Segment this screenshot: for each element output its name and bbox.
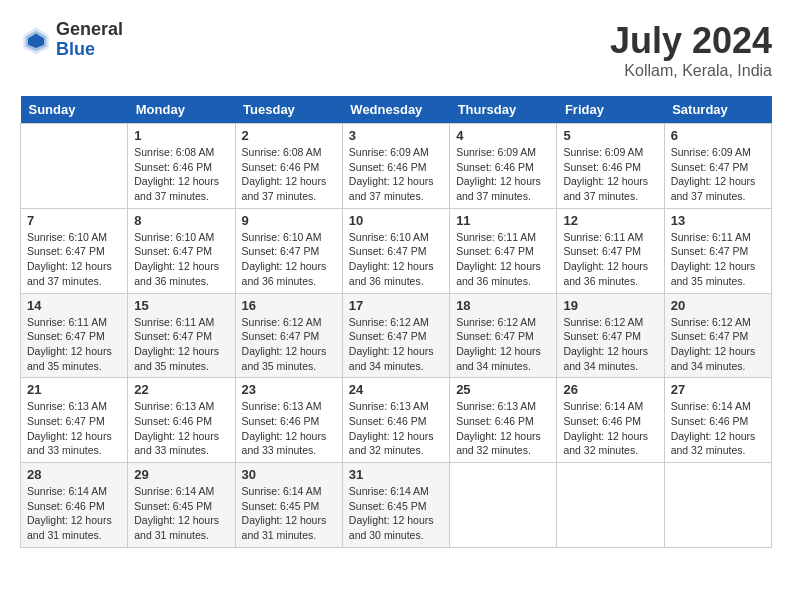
cell-info: Sunrise: 6:14 AMSunset: 6:45 PMDaylight:… bbox=[242, 484, 336, 543]
date-number: 4 bbox=[456, 128, 550, 143]
table-row: 5Sunrise: 6:09 AMSunset: 6:46 PMDaylight… bbox=[557, 124, 664, 209]
table-row: 20Sunrise: 6:12 AMSunset: 6:47 PMDayligh… bbox=[664, 293, 771, 378]
date-number: 31 bbox=[349, 467, 443, 482]
date-number: 17 bbox=[349, 298, 443, 313]
cell-info: Sunrise: 6:13 AMSunset: 6:46 PMDaylight:… bbox=[349, 399, 443, 458]
header-saturday: Saturday bbox=[664, 96, 771, 124]
table-row: 3Sunrise: 6:09 AMSunset: 6:46 PMDaylight… bbox=[342, 124, 449, 209]
table-row: 29Sunrise: 6:14 AMSunset: 6:45 PMDayligh… bbox=[128, 463, 235, 548]
table-row: 6Sunrise: 6:09 AMSunset: 6:47 PMDaylight… bbox=[664, 124, 771, 209]
cell-info: Sunrise: 6:09 AMSunset: 6:46 PMDaylight:… bbox=[349, 145, 443, 204]
cell-info: Sunrise: 6:12 AMSunset: 6:47 PMDaylight:… bbox=[563, 315, 657, 374]
table-row bbox=[557, 463, 664, 548]
cell-info: Sunrise: 6:08 AMSunset: 6:46 PMDaylight:… bbox=[242, 145, 336, 204]
date-number: 26 bbox=[563, 382, 657, 397]
cell-info: Sunrise: 6:11 AMSunset: 6:47 PMDaylight:… bbox=[27, 315, 121, 374]
logo: General Blue bbox=[20, 20, 123, 60]
date-number: 13 bbox=[671, 213, 765, 228]
cell-info: Sunrise: 6:11 AMSunset: 6:47 PMDaylight:… bbox=[134, 315, 228, 374]
date-number: 7 bbox=[27, 213, 121, 228]
table-row: 10Sunrise: 6:10 AMSunset: 6:47 PMDayligh… bbox=[342, 208, 449, 293]
date-number: 29 bbox=[134, 467, 228, 482]
calendar-week-row: 21Sunrise: 6:13 AMSunset: 6:47 PMDayligh… bbox=[21, 378, 772, 463]
table-row bbox=[664, 463, 771, 548]
table-row bbox=[21, 124, 128, 209]
header-friday: Friday bbox=[557, 96, 664, 124]
cell-info: Sunrise: 6:10 AMSunset: 6:47 PMDaylight:… bbox=[134, 230, 228, 289]
date-number: 8 bbox=[134, 213, 228, 228]
header-sunday: Sunday bbox=[21, 96, 128, 124]
cell-info: Sunrise: 6:12 AMSunset: 6:47 PMDaylight:… bbox=[456, 315, 550, 374]
header-tuesday: Tuesday bbox=[235, 96, 342, 124]
date-number: 6 bbox=[671, 128, 765, 143]
date-number: 15 bbox=[134, 298, 228, 313]
table-row: 24Sunrise: 6:13 AMSunset: 6:46 PMDayligh… bbox=[342, 378, 449, 463]
date-number: 3 bbox=[349, 128, 443, 143]
table-row: 26Sunrise: 6:14 AMSunset: 6:46 PMDayligh… bbox=[557, 378, 664, 463]
table-row: 7Sunrise: 6:10 AMSunset: 6:47 PMDaylight… bbox=[21, 208, 128, 293]
cell-info: Sunrise: 6:14 AMSunset: 6:46 PMDaylight:… bbox=[671, 399, 765, 458]
date-number: 14 bbox=[27, 298, 121, 313]
table-row: 25Sunrise: 6:13 AMSunset: 6:46 PMDayligh… bbox=[450, 378, 557, 463]
cell-info: Sunrise: 6:11 AMSunset: 6:47 PMDaylight:… bbox=[671, 230, 765, 289]
header-thursday: Thursday bbox=[450, 96, 557, 124]
date-number: 11 bbox=[456, 213, 550, 228]
cell-info: Sunrise: 6:10 AMSunset: 6:47 PMDaylight:… bbox=[242, 230, 336, 289]
subtitle: Kollam, Kerala, India bbox=[610, 62, 772, 80]
cell-info: Sunrise: 6:09 AMSunset: 6:46 PMDaylight:… bbox=[456, 145, 550, 204]
cell-info: Sunrise: 6:09 AMSunset: 6:47 PMDaylight:… bbox=[671, 145, 765, 204]
date-number: 1 bbox=[134, 128, 228, 143]
date-number: 18 bbox=[456, 298, 550, 313]
cell-info: Sunrise: 6:14 AMSunset: 6:46 PMDaylight:… bbox=[27, 484, 121, 543]
cell-info: Sunrise: 6:12 AMSunset: 6:47 PMDaylight:… bbox=[671, 315, 765, 374]
cell-info: Sunrise: 6:14 AMSunset: 6:45 PMDaylight:… bbox=[349, 484, 443, 543]
date-number: 2 bbox=[242, 128, 336, 143]
date-number: 20 bbox=[671, 298, 765, 313]
table-row: 19Sunrise: 6:12 AMSunset: 6:47 PMDayligh… bbox=[557, 293, 664, 378]
date-number: 16 bbox=[242, 298, 336, 313]
title-area: July 2024 Kollam, Kerala, India bbox=[610, 20, 772, 80]
cell-info: Sunrise: 6:14 AMSunset: 6:46 PMDaylight:… bbox=[563, 399, 657, 458]
date-number: 28 bbox=[27, 467, 121, 482]
cell-info: Sunrise: 6:09 AMSunset: 6:46 PMDaylight:… bbox=[563, 145, 657, 204]
cell-info: Sunrise: 6:13 AMSunset: 6:47 PMDaylight:… bbox=[27, 399, 121, 458]
date-number: 24 bbox=[349, 382, 443, 397]
date-number: 19 bbox=[563, 298, 657, 313]
table-row: 31Sunrise: 6:14 AMSunset: 6:45 PMDayligh… bbox=[342, 463, 449, 548]
date-number: 25 bbox=[456, 382, 550, 397]
cell-info: Sunrise: 6:10 AMSunset: 6:47 PMDaylight:… bbox=[349, 230, 443, 289]
calendar-week-row: 1Sunrise: 6:08 AMSunset: 6:46 PMDaylight… bbox=[21, 124, 772, 209]
table-row: 13Sunrise: 6:11 AMSunset: 6:47 PMDayligh… bbox=[664, 208, 771, 293]
date-number: 21 bbox=[27, 382, 121, 397]
header-wednesday: Wednesday bbox=[342, 96, 449, 124]
cell-info: Sunrise: 6:10 AMSunset: 6:47 PMDaylight:… bbox=[27, 230, 121, 289]
cell-info: Sunrise: 6:11 AMSunset: 6:47 PMDaylight:… bbox=[456, 230, 550, 289]
logo-blue: Blue bbox=[56, 40, 123, 60]
cell-info: Sunrise: 6:12 AMSunset: 6:47 PMDaylight:… bbox=[242, 315, 336, 374]
table-row: 14Sunrise: 6:11 AMSunset: 6:47 PMDayligh… bbox=[21, 293, 128, 378]
header-monday: Monday bbox=[128, 96, 235, 124]
date-number: 23 bbox=[242, 382, 336, 397]
table-row: 27Sunrise: 6:14 AMSunset: 6:46 PMDayligh… bbox=[664, 378, 771, 463]
logo-general: General bbox=[56, 20, 123, 40]
page-header: General Blue July 2024 Kollam, Kerala, I… bbox=[20, 20, 772, 80]
logo-text: General Blue bbox=[56, 20, 123, 60]
cell-info: Sunrise: 6:13 AMSunset: 6:46 PMDaylight:… bbox=[456, 399, 550, 458]
table-row: 9Sunrise: 6:10 AMSunset: 6:47 PMDaylight… bbox=[235, 208, 342, 293]
calendar-header-row: Sunday Monday Tuesday Wednesday Thursday… bbox=[21, 96, 772, 124]
table-row: 15Sunrise: 6:11 AMSunset: 6:47 PMDayligh… bbox=[128, 293, 235, 378]
date-number: 5 bbox=[563, 128, 657, 143]
table-row: 4Sunrise: 6:09 AMSunset: 6:46 PMDaylight… bbox=[450, 124, 557, 209]
table-row: 17Sunrise: 6:12 AMSunset: 6:47 PMDayligh… bbox=[342, 293, 449, 378]
date-number: 12 bbox=[563, 213, 657, 228]
cell-info: Sunrise: 6:14 AMSunset: 6:45 PMDaylight:… bbox=[134, 484, 228, 543]
table-row: 30Sunrise: 6:14 AMSunset: 6:45 PMDayligh… bbox=[235, 463, 342, 548]
logo-icon bbox=[20, 24, 52, 56]
table-row: 22Sunrise: 6:13 AMSunset: 6:46 PMDayligh… bbox=[128, 378, 235, 463]
date-number: 9 bbox=[242, 213, 336, 228]
calendar-table: Sunday Monday Tuesday Wednesday Thursday… bbox=[20, 96, 772, 548]
table-row: 23Sunrise: 6:13 AMSunset: 6:46 PMDayligh… bbox=[235, 378, 342, 463]
cell-info: Sunrise: 6:11 AMSunset: 6:47 PMDaylight:… bbox=[563, 230, 657, 289]
table-row: 8Sunrise: 6:10 AMSunset: 6:47 PMDaylight… bbox=[128, 208, 235, 293]
date-number: 22 bbox=[134, 382, 228, 397]
